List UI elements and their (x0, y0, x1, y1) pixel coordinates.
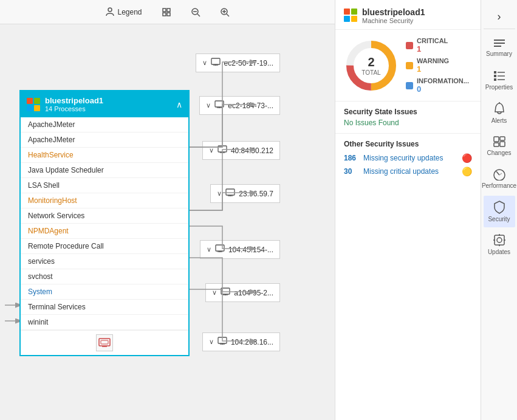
remote-node[interactable]: ∨104.45.154-... (200, 240, 280, 259)
other-issue-desc[interactable]: Missing critical updates (363, 167, 457, 176)
changes-label: Changes (487, 150, 511, 156)
monitor-icon (217, 337, 227, 347)
process-item[interactable]: Terminal Services (21, 300, 188, 315)
donut-legend: CRITICAL 1 WARNING 1 INFORMATION... 0 (406, 37, 469, 94)
state-issues-title: Security State Issues (344, 108, 472, 116)
process-item[interactable]: HealthService (21, 148, 188, 163)
svg-rect-3 (163, 13, 166, 16)
node-details-button[interactable] (96, 334, 113, 351)
node-card-subtitle: 14 Processes (45, 105, 103, 112)
performance-icon (493, 168, 506, 181)
far-sidebar: › Summary Properties Alerts (481, 0, 517, 420)
critical-dot (406, 42, 413, 49)
process-item[interactable]: Network Services (21, 208, 188, 224)
remote-node-collapse[interactable]: ∨ (209, 146, 214, 154)
svg-rect-36 (218, 337, 227, 343)
other-issues-section: Other Security Issues 186Missing securit… (335, 134, 481, 186)
remote-node-label: 23.96.59.7 (239, 190, 273, 198)
alerts-icon (493, 102, 505, 115)
process-item[interactable]: LSA Shell (21, 178, 188, 193)
remote-node[interactable]: ∨40.84.50.212 (202, 141, 280, 160)
process-item[interactable]: System (21, 284, 188, 300)
remote-node-label: ec2-50-17-19... (224, 59, 273, 67)
sidebar-item-summary[interactable]: Summary (484, 32, 515, 63)
svg-rect-30 (216, 245, 224, 251)
svg-rect-4 (167, 13, 170, 16)
remote-node-collapse[interactable]: ∨ (217, 190, 222, 198)
security-state-section: Security State Issues No Issues Found (335, 102, 481, 134)
process-item[interactable]: Remote Procedure Call (21, 239, 188, 254)
svg-rect-27 (226, 189, 235, 195)
process-list: ApacheJMeterApacheJMeterHealthServiceJav… (21, 117, 188, 330)
svg-rect-15 (101, 340, 108, 344)
monitor-icon (225, 188, 235, 199)
sidebar-item-performance[interactable]: Performance (484, 163, 515, 195)
svg-rect-46 (494, 75, 496, 77)
summary-label: Summary (486, 50, 512, 57)
monitor-icon (215, 244, 225, 255)
legend-button[interactable]: Legend (100, 5, 146, 19)
svg-line-9 (227, 14, 229, 16)
process-item[interactable]: wininit (21, 315, 188, 330)
remote-node-label: 104.208.16... (231, 338, 273, 346)
zoom-in-button[interactable] (215, 5, 235, 19)
donut-chart: 2 TOTAL (344, 38, 399, 93)
svg-rect-47 (494, 78, 496, 81)
donut-section: 2 TOTAL CRITICAL 1 WARNING 1 (335, 30, 481, 102)
other-issue-count[interactable]: 186 (344, 154, 358, 162)
monitor-icon (214, 100, 224, 111)
fit-button[interactable] (157, 5, 176, 19)
process-item[interactable]: services (21, 254, 188, 269)
svg-point-0 (108, 8, 112, 12)
remote-node-collapse[interactable]: ∨ (207, 246, 211, 253)
updates-label: Updates (488, 249, 510, 255)
sidebar-item-updates[interactable]: Updates (484, 229, 515, 260)
remote-node[interactable]: ∨23.96.59.7 (210, 184, 280, 203)
collapse-button[interactable]: ∧ (176, 100, 182, 109)
svg-rect-24 (218, 146, 227, 152)
sidebar-item-alerts[interactable]: Alerts (484, 97, 515, 129)
remote-node[interactable]: ∨ec2-50-17-19... (196, 53, 280, 72)
monitor-icon (211, 58, 221, 68)
security-title: bluestripeload1 (362, 7, 425, 17)
sidebar-item-changes[interactable]: Changes (484, 130, 515, 162)
sidebar-expand-button[interactable]: › (484, 5, 515, 29)
process-item[interactable]: NPMDAgent (21, 224, 188, 239)
process-item[interactable]: Java Update Scheduler (21, 163, 188, 178)
sidebar-item-properties[interactable]: Properties (484, 64, 515, 96)
monitor-icon (221, 287, 230, 298)
warning-dot (406, 62, 413, 69)
critical-warning-icon: 🔴 (462, 153, 472, 163)
info-dot (406, 82, 413, 89)
svg-line-6 (197, 14, 200, 16)
warning-icon-element: 🟡 (462, 167, 472, 176)
remote-node[interactable]: ∨a104-95-2... (205, 283, 280, 302)
remote-node[interactable]: ∨104.208.16... (202, 332, 280, 351)
security-icon (493, 201, 505, 214)
process-item[interactable]: svchost (21, 269, 188, 284)
process-item[interactable]: MonitoringHost (21, 193, 188, 208)
other-issue-count[interactable]: 30 (344, 167, 358, 176)
monitor-detail-icon (98, 338, 111, 348)
remote-node-collapse[interactable]: ∨ (209, 338, 214, 346)
fit-icon (162, 7, 171, 17)
svg-rect-2 (167, 9, 170, 12)
zoom-out-icon (191, 7, 200, 17)
donut-label: 2 TOTAL (361, 55, 380, 76)
remote-node-collapse[interactable]: ∨ (212, 289, 217, 297)
no-issues-message: No Issues Found (344, 119, 472, 127)
svg-rect-54 (500, 137, 505, 140)
remote-node-collapse[interactable]: ∨ (202, 59, 207, 67)
process-item[interactable]: ApacheJMeter (21, 117, 188, 133)
svg-rect-52 (494, 137, 499, 142)
svg-rect-18 (211, 58, 220, 64)
other-issue-desc[interactable]: Missing security updates (363, 154, 457, 162)
process-item[interactable]: ApacheJMeter (21, 133, 188, 148)
zoom-in-icon (220, 7, 230, 17)
remote-node[interactable]: ∨ec2-184-73-... (199, 96, 280, 115)
security-header: bluestripeload1 Machine Security (335, 0, 481, 30)
zoom-out-button[interactable] (186, 5, 205, 19)
sidebar-item-security[interactable]: Security (484, 196, 515, 227)
remote-node-label: ec2-184-73-... (228, 102, 273, 110)
remote-node-collapse[interactable]: ∨ (206, 102, 211, 109)
